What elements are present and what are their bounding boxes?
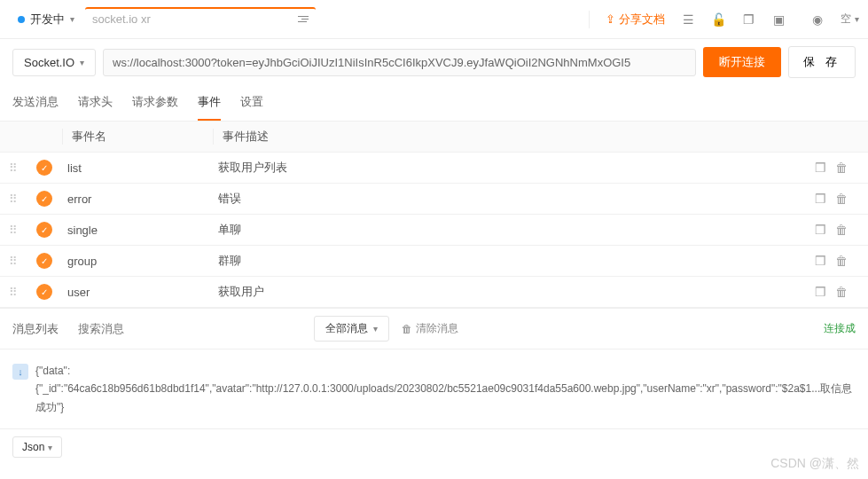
cube-icon[interactable]: ❒ — [815, 161, 826, 175]
table-row[interactable]: ⠿✓user获取用户❒🗑 — [0, 277, 868, 308]
search-messages-input[interactable] — [71, 317, 301, 341]
env-status-selector[interactable]: 开发中 ▾ — [9, 8, 83, 31]
url-input[interactable]: ws://localhost:3000?token=eyJhbGciOiJIUz… — [103, 49, 696, 76]
message-line: {"_id":"64ca6c18b956d61b8dbd1f14","avata… — [35, 380, 856, 416]
filter-label: 全部消息 — [325, 321, 368, 336]
check-circle-icon: ✓ — [36, 253, 52, 269]
format-label: Json — [22, 441, 44, 453]
tab-params[interactable]: 请求参数 — [132, 85, 178, 121]
space-selector[interactable]: 空 ▾ — [841, 12, 859, 27]
chevron-down-icon: ▾ — [373, 324, 378, 334]
event-desc-cell[interactable]: 获取用户 — [213, 284, 815, 300]
row-check[interactable]: ✓ — [27, 253, 62, 269]
row-check[interactable]: ✓ — [27, 160, 62, 176]
message-line: {"data": — [35, 362, 856, 380]
row-check[interactable]: ✓ — [27, 284, 62, 300]
edit-filter-icon[interactable] — [298, 16, 309, 22]
event-desc-cell[interactable]: 群聊 — [213, 253, 815, 269]
row-check[interactable]: ✓ — [27, 222, 62, 238]
event-name-cell[interactable]: group — [62, 255, 213, 268]
check-circle-icon: ✓ — [36, 284, 52, 300]
trash-icon[interactable]: 🗑 — [835, 192, 848, 206]
lock-icon[interactable]: 🔓 — [711, 12, 725, 27]
drag-handle-icon[interactable]: ⠿ — [0, 192, 27, 206]
event-name-cell[interactable]: error — [62, 192, 213, 206]
status-dot-icon — [18, 16, 25, 23]
save-button[interactable]: 保 存 — [788, 46, 856, 78]
trash-icon[interactable]: 🗑 — [835, 223, 848, 237]
row-check[interactable]: ✓ — [27, 191, 62, 207]
trash-icon: 🗑 — [402, 323, 412, 335]
divider — [589, 11, 590, 28]
clear-messages-button[interactable]: 🗑 清除消息 — [402, 321, 458, 336]
share-label: 分享文档 — [619, 12, 665, 27]
event-desc-cell[interactable]: 获取用户列表 — [213, 160, 815, 176]
trash-icon[interactable]: 🗑 — [835, 161, 848, 175]
table-row[interactable]: ⠿✓list获取用户列表❒🗑 — [0, 153, 868, 184]
event-name-cell[interactable]: single — [62, 224, 213, 237]
chevron-down-icon: ▾ — [855, 14, 859, 24]
cube-icon[interactable]: ❒ — [815, 285, 826, 299]
cube-icon[interactable]: ❒ — [815, 254, 826, 268]
format-selector[interactable]: Json ▾ — [12, 436, 62, 458]
share-doc-button[interactable]: ⇪ 分享文档 — [597, 6, 674, 33]
align-icon[interactable]: ☰ — [681, 12, 695, 27]
header-event-desc: 事件描述 — [213, 129, 815, 145]
table-row[interactable]: ⠿✓error错误❒🗑 — [0, 184, 868, 215]
tab-headers[interactable]: 请求头 — [78, 85, 113, 121]
table-row[interactable]: ⠿✓single单聊❒🗑 — [0, 215, 868, 246]
messages-title: 消息列表 — [12, 321, 59, 337]
preview-icon[interactable]: ◉ — [810, 12, 825, 27]
space-label: 空 — [841, 12, 851, 27]
clear-label: 清除消息 — [416, 321, 458, 336]
disconnect-button[interactable]: 断开连接 — [703, 47, 781, 77]
tab-settings[interactable]: 设置 — [240, 85, 263, 121]
event-desc-cell[interactable]: 错误 — [213, 191, 815, 207]
trash-icon[interactable]: 🗑 — [835, 254, 848, 268]
message-filter-selector[interactable]: 全部消息 ▾ — [314, 316, 389, 342]
chevron-down-icon: ▾ — [70, 14, 74, 24]
status-label: 开发中 — [30, 12, 65, 27]
check-circle-icon: ✓ — [36, 222, 52, 238]
copy-icon[interactable]: ❐ — [741, 12, 755, 27]
table-row[interactable]: ⠿✓group群聊❒🗑 — [0, 246, 868, 277]
header-event-name: 事件名 — [62, 129, 213, 145]
incoming-message-icon: ↓ — [12, 364, 28, 380]
delete-icon[interactable]: ▣ — [771, 12, 786, 27]
check-circle-icon: ✓ — [36, 191, 52, 207]
connection-status: 连接成 — [824, 321, 856, 336]
trash-icon[interactable]: 🗑 — [835, 285, 848, 299]
drag-handle-icon[interactable]: ⠿ — [0, 161, 27, 175]
event-desc-cell[interactable]: 单聊 — [213, 222, 815, 238]
events-table-header: 事件名 事件描述 — [0, 122, 868, 153]
event-name-cell[interactable]: list — [62, 161, 213, 175]
chevron-down-icon: ▾ — [80, 58, 84, 67]
tab-send-message[interactable]: 发送消息 — [12, 85, 59, 121]
tab-title: socket.io xr — [92, 12, 151, 26]
share-icon: ⇪ — [606, 12, 615, 26]
drag-handle-icon[interactable]: ⠿ — [0, 286, 27, 299]
protocol-selector[interactable]: Socket.IO ▾ — [12, 49, 96, 76]
drag-handle-icon[interactable]: ⠿ — [0, 224, 27, 237]
cube-icon[interactable]: ❒ — [815, 192, 826, 206]
message-body[interactable]: {"data": {"_id":"64ca6c18b956d61b8dbd1f1… — [35, 362, 856, 416]
drag-handle-icon[interactable]: ⠿ — [0, 255, 27, 268]
chevron-down-icon: ▾ — [48, 443, 52, 452]
cube-icon[interactable]: ❒ — [815, 223, 826, 237]
check-circle-icon: ✓ — [36, 160, 52, 176]
tab-events[interactable]: 事件 — [198, 85, 221, 121]
event-name-cell[interactable]: user — [62, 286, 213, 299]
protocol-label: Socket.IO — [24, 56, 74, 69]
document-tab[interactable]: socket.io xr — [85, 7, 316, 29]
